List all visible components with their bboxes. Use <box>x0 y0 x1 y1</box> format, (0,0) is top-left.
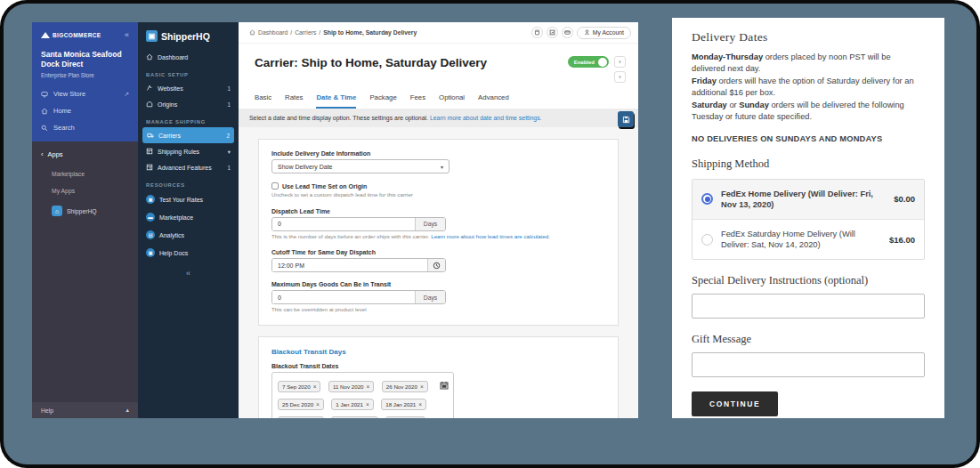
clock-addon[interactable] <box>427 259 445 271</box>
blackout-dates-field[interactable]: 7 Sep 2020× 11 Nov 2020× 26 Nov 2020× 25… <box>271 372 454 418</box>
special-instructions-input[interactable] <box>692 294 925 319</box>
help-bar[interactable]: Help ▴ <box>32 402 138 418</box>
banner-learn-more-link[interactable]: Learn more about date and time settings. <box>430 115 542 121</box>
nav-item-advanced-features[interactable]: Advanced Features 1 <box>138 159 239 175</box>
date-chip[interactable]: 7 Sep 2020× <box>278 381 320 392</box>
bigcommerce-sidebar-apps-section: ‹ Apps Marketplace My Apps ⌂ ShipperHQ H… <box>32 141 138 418</box>
nav-item-origins[interactable]: Origins 1 <box>138 96 239 112</box>
date-chip[interactable]: 26 Nov 2020× <box>382 381 428 392</box>
delivery-date-select[interactable]: Show Delivery Date ▾ <box>271 159 450 173</box>
date-chip[interactable]: 18 Jan 2021× <box>381 399 426 410</box>
nav-item-test-your-rates[interactable]: ▣ Test Your Rates <box>138 190 239 208</box>
shipping-method-options: FedEx Home Delivery (Will Deliver: Fri, … <box>692 179 925 260</box>
analytics-button[interactable] <box>547 27 558 38</box>
breadcrumb-carriers[interactable]: Carriers <box>295 29 316 36</box>
sidebar-item-shipperhq-app[interactable]: ⌂ ShipperHQ <box>32 199 138 222</box>
sidebar-item-home[interactable]: Home <box>32 102 138 119</box>
docs-button[interactable] <box>531 27 543 38</box>
radio-unselected-icon[interactable] <box>701 234 713 246</box>
enabled-toggle[interactable]: Enabled <box>568 56 609 68</box>
checkout-panel: Delivery Dates Monday-Thursday orders pl… <box>672 18 944 418</box>
prev-carrier-button[interactable]: ‹ <box>614 56 626 68</box>
credit-card-icon <box>564 29 571 36</box>
shipping-rules-icon <box>146 148 153 155</box>
toggle-knob <box>598 58 607 67</box>
breadcrumb-home-icon <box>249 29 255 36</box>
shipping-option-fedex-home[interactable]: FedEx Home Delivery (Will Deliver: Fri, … <box>692 180 924 220</box>
nav-item-dashboard[interactable]: Dashboard <box>138 49 239 65</box>
nav-item-shipping-rules[interactable]: Shipping Rules ▾ <box>138 143 239 159</box>
tab-advanced[interactable]: Advanced <box>478 93 509 109</box>
nav-item-websites[interactable]: Websites 1 <box>138 80 239 96</box>
shipperhq-collapse-icon[interactable]: « <box>138 262 239 285</box>
dashboard-icon <box>146 53 153 61</box>
settings-area: Include Delivery Date Information Show D… <box>239 127 638 418</box>
screenshot-frame: BIGCOMMERCE « Santa Monica Seafood Dock … <box>0 0 980 468</box>
tab-fees[interactable]: Fees <box>410 93 425 109</box>
carrier-tabs: Basic Rates Date & Time Package Fees Opt… <box>239 83 638 109</box>
sidebar-item-marketplace[interactable]: Marketplace <box>32 165 138 182</box>
date-chip[interactable]: 25 Dec 2020× <box>278 399 324 410</box>
sidebar-item-search[interactable]: Search <box>32 119 138 136</box>
tab-basic[interactable]: Basic <box>255 93 271 109</box>
breadcrumb: Dashboard / Carriers / Ship to Home, Sat… <box>249 29 417 36</box>
date-chip[interactable]: 1 Jan 2021× <box>331 399 373 410</box>
lead-time-checkbox[interactable] <box>271 182 279 190</box>
remove-icon[interactable]: × <box>418 401 422 407</box>
date-chip[interactable]: 31 May 2021× <box>331 416 378 418</box>
dispatch-hint: This is the number of days before an ord… <box>271 233 605 241</box>
radio-selected-icon[interactable] <box>701 193 713 205</box>
lead-time-hint: Uncheck to set a custom dispatch lead ti… <box>271 191 605 199</box>
delivery-date-card: Include Delivery Date Information Show D… <box>258 139 619 326</box>
my-account-button[interactable]: My Account <box>577 27 631 39</box>
remove-icon[interactable]: × <box>313 383 317 390</box>
date-chip[interactable]: 4 Jul 2021× <box>385 416 425 418</box>
next-carrier-button[interactable]: › <box>614 71 626 83</box>
websites-icon <box>146 85 153 92</box>
date-chip[interactable]: 11 Nov 2020× <box>328 381 374 392</box>
shipping-price: $0.00 <box>894 194 915 204</box>
tab-date-time[interactable]: Date & Time <box>316 93 356 109</box>
breadcrumb-dashboard[interactable]: Dashboard <box>258 29 288 36</box>
date-chip[interactable]: 15 Feb 2021× <box>278 416 324 418</box>
remove-icon[interactable]: × <box>366 401 369 407</box>
shipping-option-fedex-saturday[interactable]: FedEx Saturday Home Delivery (Will Deliv… <box>692 220 924 259</box>
tab-optional[interactable]: Optional <box>439 93 465 109</box>
gift-message-input[interactable] <box>692 352 925 377</box>
store-plan: Enterprise Plan Store <box>32 70 138 85</box>
continue-button[interactable]: CONTINUE <box>692 391 778 416</box>
top-actions: My Account <box>531 27 631 39</box>
sidebar-item-my-apps[interactable]: My Apps <box>32 182 138 199</box>
cutoff-time-input[interactable] <box>272 259 427 271</box>
max-transit-input[interactable] <box>272 291 415 303</box>
dispatch-lead-time-input[interactable] <box>272 218 415 230</box>
blackout-title: Blackout Transit Days <box>271 348 605 356</box>
test-rates-icon: ▣ <box>146 195 155 204</box>
days-addon: Days <box>415 291 445 303</box>
sidebar-collapse-icon[interactable]: « <box>125 30 129 39</box>
calendar-button[interactable] <box>440 377 449 393</box>
tab-rates[interactable]: Rates <box>285 93 303 109</box>
lead-time-checkbox-label: Use Lead Time Set on Origin <box>282 183 367 190</box>
delivery-dates-text: Monday-Thursday orders placed by noon PS… <box>692 52 925 124</box>
shipperhq-logo-icon: ▣ <box>146 30 158 42</box>
remove-icon[interactable]: × <box>420 383 424 390</box>
nav-item-carriers[interactable]: Carriers 2 <box>142 127 234 143</box>
tab-package[interactable]: Package <box>369 93 396 109</box>
remove-icon[interactable]: × <box>316 401 320 407</box>
cutoff-time-label: Cutoff Time for Same Day Dispatch <box>271 249 605 255</box>
chevron-down-icon: ▾ <box>228 149 231 155</box>
special-instructions-heading: Special Delivery Instructions (optional) <box>692 274 925 287</box>
sidebar-item-view-store[interactable]: View Store ↗ <box>32 85 138 102</box>
carriers-truck-icon <box>147 132 154 139</box>
nav-item-analytics[interactable]: ▤ Analytics <box>138 226 239 244</box>
lead-times-learn-more-link[interactable]: Learn more about how lead times are calc… <box>431 233 550 239</box>
shipperhq-sidebar: ▣ ShipperHQ Dashboard BASIC SETUP Websit… <box>138 22 239 418</box>
sidebar-item-apps[interactable]: ‹ Apps <box>32 141 138 165</box>
save-button[interactable] <box>618 111 634 127</box>
search-icon <box>41 125 48 132</box>
billing-button[interactable] <box>562 27 573 38</box>
nav-item-marketplace[interactable]: ▬ Marketplace <box>138 208 239 226</box>
nav-item-help-docs[interactable]: ▣ Help Docs <box>138 244 239 262</box>
remove-icon[interactable]: × <box>367 383 370 390</box>
